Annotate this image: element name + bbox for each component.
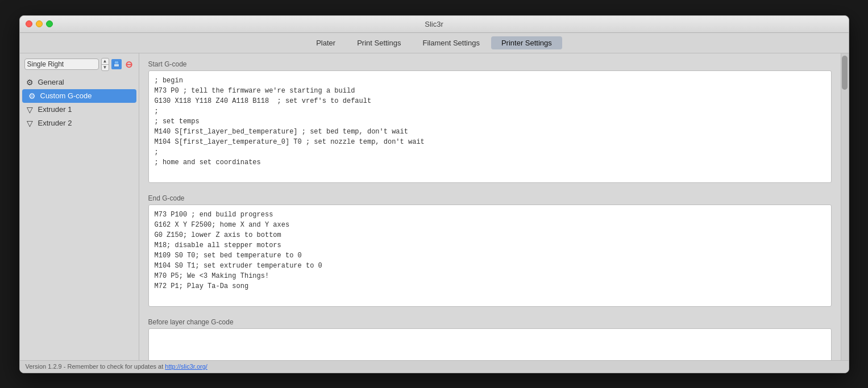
profile-select[interactable]: Single Right [24,59,99,70]
profile-spinner[interactable]: ▲ ▼ [101,58,109,71]
svg-rect-1 [115,61,118,64]
save-profile-button[interactable] [111,59,122,69]
top-nav: Plater Print Settings Filament Settings … [20,33,849,53]
end-gcode-section: End G-code M73 P100 ; end build progress… [148,194,832,309]
profile-bar: Single Right ▲ ▼ ⊖ [20,58,139,76]
sidebar-item-general-label: General [38,78,64,86]
sidebar-item-custom-gcode-label: Custom G-code [40,91,92,100]
tab-filament-settings[interactable]: Filament Settings [412,36,489,49]
end-gcode-label: End G-code [148,194,832,202]
extruder2-icon: ▽ [26,119,35,128]
start-gcode-label: Start G-code [148,60,832,68]
maximize-button[interactable] [46,20,53,27]
sidebar: Single Right ▲ ▼ ⊖ ⚙ General [20,53,139,360]
extruder1-icon: ▽ [26,105,35,114]
sidebar-item-extruder2[interactable]: ▽ Extruder 2 [20,116,139,130]
close-button[interactable] [26,20,32,27]
window-title: Slic3r [425,20,443,28]
svg-rect-2 [114,64,119,66]
main-window: Slic3r Plater Print Settings Filament Se… [19,15,849,373]
minimize-button[interactable] [36,20,43,27]
status-bar: Version 1.2.9 - Remember to check for up… [20,360,849,373]
title-bar: Slic3r [20,16,849,33]
sidebar-item-extruder1-label: Extruder 1 [38,105,72,114]
traffic-lights [26,20,53,27]
main-layout: Single Right ▲ ▼ ⊖ ⚙ General [20,53,849,360]
before-layer-change-editor[interactable] [148,328,832,360]
start-gcode-editor[interactable]: ; begin M73 P0 ; tell the firmware we're… [148,70,832,183]
custom-gcode-icon: ⚙ [28,91,37,101]
tab-print-settings[interactable]: Print Settings [347,36,411,49]
sidebar-item-extruder2-label: Extruder 2 [38,119,72,127]
status-link[interactable]: http://slic3r.org/ [165,363,207,370]
content-area: Start G-code ; begin M73 P0 ; tell the f… [139,53,841,360]
tab-printer-settings[interactable]: Printer Settings [491,36,562,49]
end-gcode-editor[interactable]: M73 P100 ; end build progress G162 X Y F… [148,205,832,307]
start-gcode-section: Start G-code ; begin M73 P0 ; tell the f… [148,60,832,185]
status-text: Version 1.2.9 - Remember to check for up… [26,363,207,370]
sidebar-item-general[interactable]: ⚙ General [20,76,139,89]
before-layer-change-label: Before layer change G-code [148,318,832,326]
status-prefix: Version 1.2.9 - Remember to check for up… [26,363,165,370]
tab-plater[interactable]: Plater [306,36,346,49]
scrollbar-thumb[interactable] [842,56,848,90]
scrollbar-track[interactable] [841,53,849,360]
sidebar-item-extruder1[interactable]: ▽ Extruder 1 [20,103,139,116]
sidebar-item-custom-gcode[interactable]: ⚙ Custom G-code [22,89,136,103]
general-icon: ⚙ [26,78,35,87]
before-layer-change-section: Before layer change G-code [148,318,832,360]
remove-profile-button[interactable]: ⊖ [124,59,134,69]
